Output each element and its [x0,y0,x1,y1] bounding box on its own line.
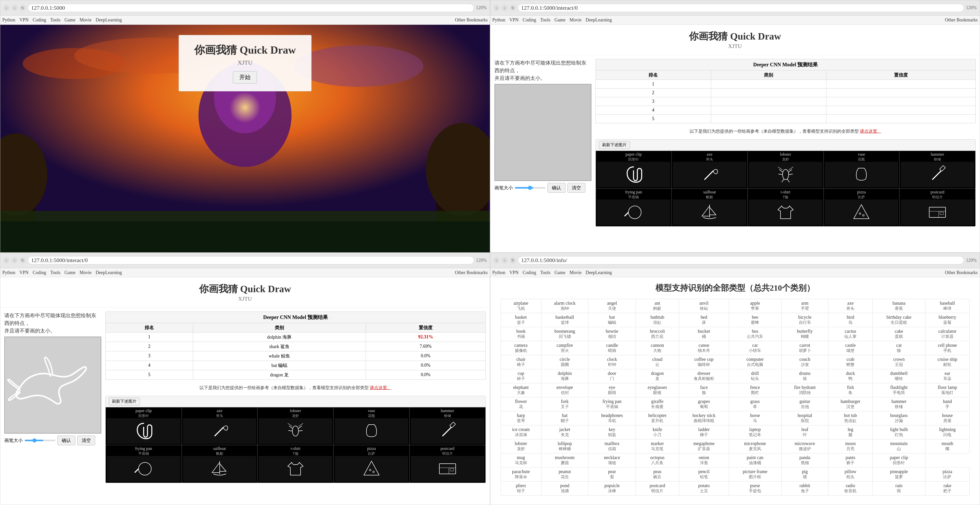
bookmark-other-3[interactable]: Other Bookmarks [455,270,488,276]
sample-item-vase: vase 花瓶 [824,151,900,189]
bookmark-game-4[interactable]: Game [554,270,565,276]
category-cell: cactus仙人掌 [829,327,873,341]
sample-img-paper-clip [597,162,670,187]
start-button[interactable]: 开始 [233,71,257,83]
address-bar-4[interactable]: 127.0.0.1:5000/info/ [518,256,964,264]
table-row: 1 dolphin 海豚 92.31% [106,332,486,342]
bookmark-movie-4[interactable]: Movie [570,270,581,276]
bookmark-deeplearning-2[interactable]: DeepLearning [585,18,612,23]
category-row: parachute降落伞peanut花生pear梨peas豌豆pencil铅笔p… [501,467,970,481]
brush-size-slider-2[interactable] [515,187,546,189]
svg-line-13 [705,171,713,180]
canvas-2[interactable] [495,84,592,181]
bookmark-coding-2[interactable]: Coding [523,18,536,23]
bookmark-vpn-1[interactable]: VPN [19,18,29,23]
bookmark-vpn-4[interactable]: VPN [509,270,519,276]
bookmark-other-2[interactable]: Other Bookmarks [945,18,978,23]
bookmark-movie-2[interactable]: Movie [570,18,581,23]
category-cell: hand手 [925,397,970,411]
note-link-3[interactable]: 请点这里。 [370,386,391,390]
category-cell: panda熊猫 [781,453,829,467]
col-rank-2: 排名 [595,70,711,80]
refresh-samples-btn-2[interactable]: 刷新下述图片 [599,141,630,149]
sample-header-3: 刷新下述图片 [106,396,485,407]
category-row: ice cream冰淇淋jacket夹克key钥匙knife小刀ladder梯子… [501,425,970,439]
category-cell: bee蜜蜂 [729,313,781,327]
bookmark-deeplearning-1[interactable]: DeepLearning [95,18,122,23]
back-btn-4[interactable]: ‹ [493,257,500,263]
svg-point-31 [859,213,861,214]
refresh-samples-btn-3[interactable]: 刷新下述图片 [109,398,140,405]
category-cell: paper clip回形针 [873,453,925,467]
address-bar-2[interactable]: 127.0.0.1:5000/interact/0 [518,4,964,12]
back-btn-2[interactable]: ‹ [493,5,500,11]
category-cell: broccoli西兰花 [636,327,679,341]
category-cell: envelope信封 [541,383,589,397]
category-cell: ice cream冰淇淋 [501,425,541,439]
back-btn-3[interactable]: ‹ [3,257,10,263]
bookmark-movie-1[interactable]: Movie [80,18,92,23]
sample-section-2: 刷新下述图片 paper clip 回形针 [595,139,976,226]
bookmark-other-1[interactable]: Other Bookmarks [455,18,488,23]
bookmark-deeplearning-3[interactable]: DeepLearning [95,270,122,276]
clear-btn-2[interactable]: 清空 [568,183,585,193]
submit-btn-3[interactable]: 确认 [57,436,75,445]
brush-size-label-3: 画笔大小 [4,437,23,443]
category-cell: lobster龙虾 [501,439,541,453]
svg-rect-25 [940,166,945,172]
category-cell: fence围栏 [729,383,781,397]
category-cell: cell phone手机 [925,341,970,355]
note-link-2[interactable]: 请点这里。 [860,129,881,134]
bookmark-tools-4[interactable]: Tools [540,270,550,276]
zoom-level-2: 120% [966,5,977,10]
bookmark-tools-1[interactable]: Tools [50,18,60,23]
bookmark-vpn-2[interactable]: VPN [509,18,519,23]
address-bar-1[interactable]: 127.0.0.1:5000 [28,4,474,12]
category-cell: leg腿 [829,425,873,439]
refresh-btn-4[interactable]: ↻ [510,257,516,263]
bookmark-vpn-3[interactable]: VPN [19,270,29,276]
intro-content: 你画我猜 Quick Draw XJTU 开始 [0,25,490,91]
svg-line-24 [932,171,941,180]
category-cell: ant蚂蚁 [636,299,679,313]
refresh-btn-2[interactable]: ↻ [510,5,516,11]
bookmark-coding-4[interactable]: Coding [523,270,536,276]
bookmark-deeplearning-4[interactable]: DeepLearning [585,270,612,276]
page-subtitle-3: XJTU [5,295,485,302]
browser-window-3: ‹ › ↻ 127.0.0.1:5000/interact/0 120% Pyt… [0,253,490,505]
address-bar-3[interactable]: 127.0.0.1:5000/interact/0 [28,256,474,264]
forward-btn-3[interactable]: › [11,257,18,263]
bookmark-coding-3[interactable]: Coding [33,270,46,276]
bookmark-game-3[interactable]: Game [65,270,76,276]
bookmark-python-4[interactable]: Python [492,270,506,276]
bookmark-movie-3[interactable]: Movie [80,270,92,276]
category-cell: elephant大象 [501,383,541,397]
bookmark-game-2[interactable]: Game [554,18,565,23]
refresh-btn-3[interactable]: ↻ [20,257,26,263]
forward-btn-1[interactable]: › [11,5,18,11]
bookmark-other-4[interactable]: Other Bookmarks [945,270,978,276]
draw-body-3: 请在下方画布中尽可能体现出您想绘制东西的特点， 并且请不要画的太小。 [0,307,490,505]
back-btn-1[interactable]: ‹ [3,5,10,11]
bookmark-python-2[interactable]: Python [492,18,506,23]
vase-icon [851,164,872,185]
category-cell: drill钻头 [729,369,781,383]
forward-btn-2[interactable]: › [502,5,508,11]
clear-btn-3[interactable]: 清空 [77,436,95,445]
category-row: lobster龙虾lollipop棒棒糖mailbox信箱marker马克笔me… [501,439,970,453]
bookmark-python-1[interactable]: Python [2,18,15,23]
forward-btn-4[interactable]: › [502,257,508,263]
bookmark-python-3[interactable]: Python [2,270,15,276]
bookmark-tools-3[interactable]: Tools [50,270,60,276]
canvas-3[interactable] [4,336,101,433]
frying-pan-icon-3 [134,459,154,479]
refresh-btn-1[interactable]: ↻ [20,5,26,11]
category-cell: bat蝙蝠 [589,313,636,327]
sample-item-sailboat: sailboat 帆船 [671,189,748,226]
brush-size-slider-3[interactable] [25,440,56,441]
submit-btn-2[interactable]: 确认 [547,183,565,193]
category-cell: car小轿车 [729,341,781,355]
bookmark-game-1[interactable]: Game [65,18,76,23]
bookmark-tools-2[interactable]: Tools [540,18,550,23]
bookmark-coding-1[interactable]: Coding [33,18,46,23]
